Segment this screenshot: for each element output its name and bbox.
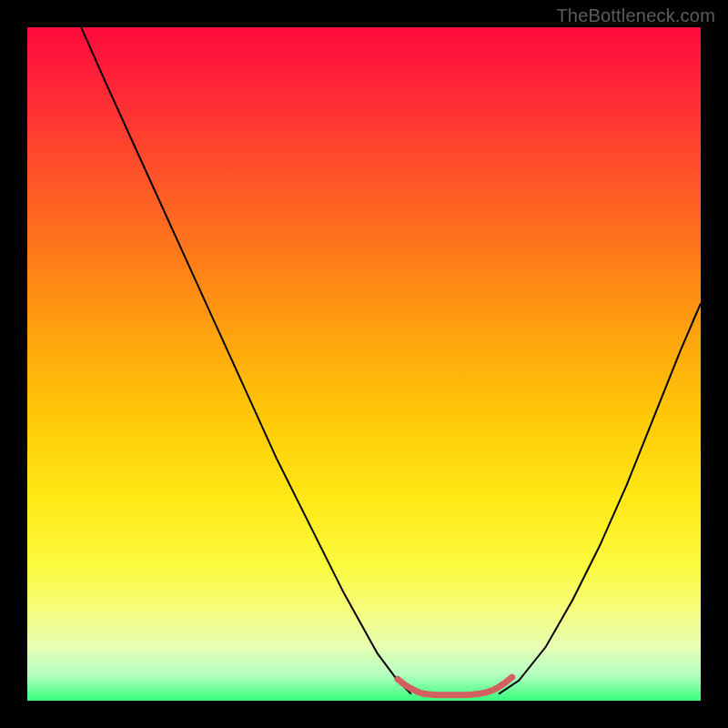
- chart-stage: TheBottleneck.com: [0, 0, 728, 728]
- curves-svg: [27, 27, 701, 701]
- curve-right: [499, 303, 701, 693]
- curve-left: [81, 27, 411, 694]
- watermark-text: TheBottleneck.com: [556, 5, 715, 26]
- plot-area: [27, 27, 701, 701]
- curve-bottom: [398, 677, 512, 695]
